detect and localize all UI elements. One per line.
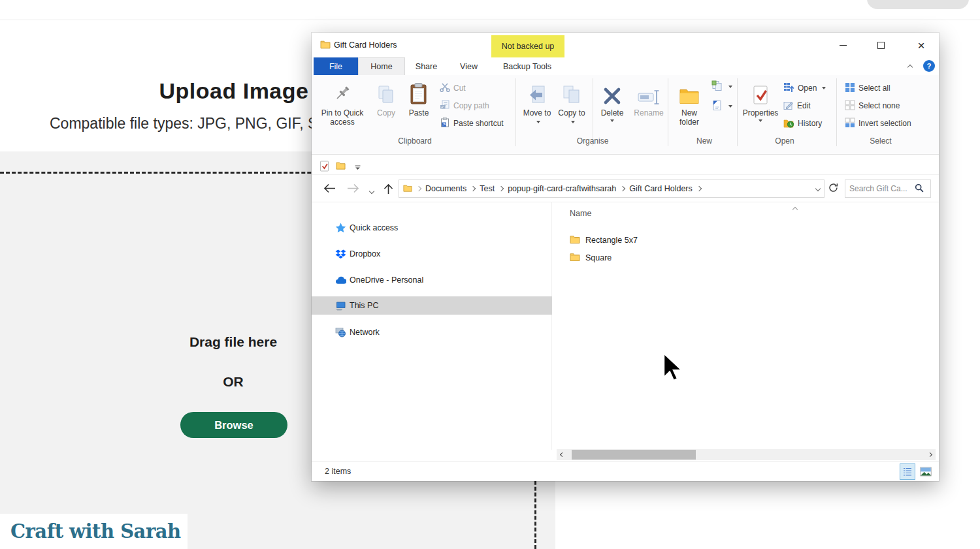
qat-properties-icon[interactable]	[319, 161, 329, 174]
explorer-content: Quick access Dropbox OneDrive - Personal…	[312, 202, 939, 481]
column-header-name[interactable]: Name	[570, 209, 591, 218]
rename-button[interactable]: Rename	[630, 78, 667, 118]
site-logo: Craft with Sarah	[10, 520, 181, 542]
select-none-button[interactable]: Select none	[845, 99, 900, 112]
group-separator	[836, 78, 837, 146]
tab-home[interactable]: Home	[358, 57, 405, 75]
back-button[interactable]	[323, 183, 336, 195]
paste-shortcut-icon	[440, 118, 450, 129]
details-view-button[interactable]	[900, 463, 915, 480]
tab-share[interactable]: Share	[405, 57, 448, 75]
page-header-pill-button[interactable]	[867, 0, 969, 9]
up-button[interactable]	[384, 183, 393, 196]
recent-locations-chevron-icon[interactable]	[370, 186, 374, 195]
copy-to-button[interactable]: Copy to	[556, 78, 587, 127]
select-group-label: Select	[845, 136, 917, 146]
quick-access-star-icon	[335, 223, 346, 233]
sidebar-item-quick-access[interactable]: Quick access	[312, 219, 552, 237]
horizontal-scrollbar[interactable]	[557, 449, 936, 460]
move-to-icon	[527, 78, 547, 108]
select-all-icon	[845, 82, 855, 95]
file-row-square[interactable]: Square	[570, 249, 612, 266]
chevron-up-icon	[907, 65, 913, 70]
sidebar-item-dropbox[interactable]: Dropbox	[312, 245, 552, 263]
open-icon	[783, 82, 794, 95]
window-titlebar[interactable]: Gift Card Holders × Not backed up	[312, 33, 939, 57]
folder-icon	[570, 235, 580, 245]
tab-file[interactable]: File	[314, 57, 358, 75]
cut-button[interactable]: Cut	[440, 82, 466, 95]
search-input[interactable]	[849, 184, 915, 193]
edit-button[interactable]: Edit	[783, 99, 811, 112]
qat-folder-icon[interactable]	[336, 161, 346, 172]
invert-selection-button[interactable]: Invert selection	[845, 117, 911, 130]
copy-to-icon	[561, 78, 582, 108]
help-button[interactable]: ?	[923, 60, 935, 72]
pin-to-quick-access-button[interactable]: Pin to Quick access	[317, 78, 368, 127]
search-icon[interactable]	[915, 183, 924, 195]
not-backed-up-badge[interactable]: Not backed up	[491, 35, 564, 57]
select-all-button[interactable]: Select all	[845, 82, 890, 95]
copy-button[interactable]: Copy	[370, 78, 402, 118]
breadcrumb-chevron-icon[interactable]	[470, 186, 476, 191]
scrollbar-thumb[interactable]	[572, 450, 696, 460]
refresh-button[interactable]	[828, 183, 838, 194]
maximize-button[interactable]	[866, 33, 896, 57]
sidebar-item-this-pc[interactable]: This PC	[312, 296, 552, 315]
breadcrumb-chevron-icon[interactable]	[696, 186, 702, 191]
easy-access-icon	[711, 100, 723, 114]
sort-ascending-chevron-icon[interactable]	[793, 204, 797, 213]
sidebar-item-network[interactable]: Network	[312, 323, 552, 341]
paste-shortcut-button[interactable]: Paste shortcut	[440, 117, 504, 130]
easy-access-button[interactable]	[711, 100, 732, 113]
minimize-button[interactable]	[828, 33, 858, 57]
browse-button[interactable]: Browse	[180, 412, 287, 438]
open-button[interactable]: Open	[783, 82, 826, 95]
item-count: 2 items	[325, 462, 351, 481]
new-item-icon	[711, 80, 723, 94]
new-item-button[interactable]	[711, 80, 732, 93]
tab-backup-tools[interactable]: Backup Tools	[490, 57, 564, 75]
breadcrumb-documents[interactable]: Documents	[425, 184, 466, 193]
breadcrumb-chevron-icon[interactable]	[498, 186, 504, 191]
file-explorer-window: Gift Card Holders × Not backed up File H…	[312, 33, 939, 481]
large-icons-view-button[interactable]	[918, 463, 934, 480]
rename-icon	[637, 78, 661, 108]
copy-path-button[interactable]: Copy path	[440, 99, 489, 112]
new-folder-button[interactable]: New folder	[673, 78, 706, 127]
qat-customize-caret-icon[interactable]	[355, 163, 361, 172]
breadcrumb-test[interactable]: Test	[480, 184, 495, 193]
close-button[interactable]: ×	[904, 33, 938, 57]
collapse-ribbon-button[interactable]	[903, 61, 917, 73]
history-button[interactable]: History	[783, 117, 822, 130]
move-to-button[interactable]: Move to	[522, 78, 552, 127]
dropdown-caret-icon	[759, 119, 762, 122]
dropbox-icon	[335, 249, 346, 259]
paste-button[interactable]: Paste	[403, 78, 434, 118]
copy-icon	[376, 78, 397, 108]
address-bar[interactable]: Documents Test popup-gift-card-craftwith…	[399, 180, 825, 198]
folder-icon	[570, 253, 580, 263]
address-folder-icon	[403, 184, 412, 194]
file-row-rectangle-5x7[interactable]: Rectangle 5x7	[570, 231, 638, 249]
close-icon: ×	[917, 39, 924, 52]
quick-access-toolbar	[312, 157, 939, 175]
pushpin-icon	[333, 78, 352, 108]
address-dropdown-chevron-icon[interactable]	[815, 186, 821, 191]
search-box[interactable]	[845, 180, 931, 198]
scroll-right-arrow-icon[interactable]	[924, 449, 936, 460]
forward-button[interactable]	[347, 183, 359, 195]
navigation-bar: Documents Test popup-gift-card-craftwith…	[312, 175, 939, 202]
breadcrumb-popup-gift-card[interactable]: popup-gift-card-craftwithsarah	[508, 184, 616, 193]
edit-icon	[783, 100, 794, 112]
ribbon: Pin to Quick access Copy Paste Cut Copy …	[312, 75, 939, 155]
breadcrumb-chevron-icon[interactable]	[620, 186, 625, 191]
tab-view[interactable]: View	[448, 57, 490, 75]
select-none-icon	[845, 100, 855, 112]
scroll-left-arrow-icon[interactable]	[557, 449, 568, 460]
new-folder-icon	[679, 78, 700, 108]
delete-button[interactable]: Delete	[596, 78, 628, 122]
breadcrumb-gift-card-holders[interactable]: Gift Card Holders	[629, 184, 693, 193]
sidebar-item-onedrive[interactable]: OneDrive - Personal	[312, 271, 552, 289]
properties-button[interactable]: Properties	[742, 78, 779, 122]
